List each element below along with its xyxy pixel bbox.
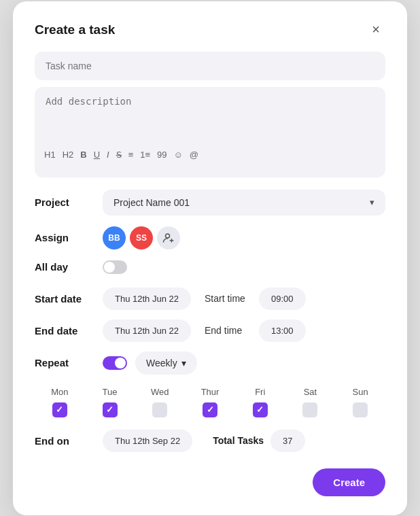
end-on-label: End on — [35, 435, 103, 447]
toolbar-quote[interactable]: 99 — [157, 150, 167, 160]
all-day-label: All day — [35, 261, 103, 273]
toolbar-h1[interactable]: H1 — [44, 150, 56, 160]
all-day-row: All day — [35, 260, 385, 274]
start-row: Start date Thu 12th Jun 22 Start time 09… — [35, 288, 385, 310]
toolbar-bullet-list[interactable]: ≡ — [128, 150, 134, 160]
all-day-toggle[interactable] — [103, 260, 127, 274]
project-value: Project Name 001 — [113, 197, 370, 208]
start-time-label: Start time — [205, 293, 259, 304]
end-date-picker[interactable]: Thu 12th Jun 22 — [103, 320, 191, 342]
modal-title: Create a task — [35, 22, 115, 37]
day-thur-label: Thur — [201, 387, 220, 397]
end-row: End date Thu 12th Jun 22 End time 13:00 — [35, 320, 385, 342]
day-wed-checkbox[interactable] — [152, 402, 167, 417]
day-mon-col: Mon — [35, 387, 85, 417]
repeat-row: Repeat Weekly ▾ — [35, 351, 385, 375]
days-row: Mon Tue Wed Thur Fri Sat Sun — [35, 387, 385, 417]
create-task-modal: Create a task × H1 H2 B U I S̶ ≡ 1≡ 99 ☺… — [13, 1, 407, 515]
repeat-toggle[interactable] — [103, 356, 127, 370]
repeat-chevron-icon: ▾ — [181, 358, 186, 368]
end-time-picker[interactable]: 13:00 — [259, 320, 306, 342]
day-fri-checkbox[interactable] — [253, 402, 268, 417]
end-date-label: End date — [35, 325, 103, 337]
end-time-label: End time — [205, 325, 259, 336]
avatars-container: BB SS — [103, 226, 180, 250]
avatar-bb[interactable]: BB — [103, 226, 126, 250]
toolbar-strike[interactable]: S̶ — [116, 150, 122, 160]
day-sat-checkbox[interactable] — [302, 402, 317, 417]
toolbar-bold[interactable]: B — [80, 150, 86, 160]
close-button[interactable]: × — [366, 20, 385, 39]
day-tue-label: Tue — [103, 387, 118, 397]
end-on-row: End on Thu 12th Sep 22 Total Tasks 37 — [35, 430, 385, 452]
day-wed-label: Wed — [151, 387, 169, 397]
day-fri-col: Fri — [235, 387, 285, 417]
toolbar-numbered-list[interactable]: 1≡ — [140, 150, 150, 160]
task-name-input[interactable] — [35, 52, 385, 80]
day-sun-col: Sun — [335, 387, 385, 417]
description-input[interactable] — [35, 87, 385, 141]
day-thur-checkbox[interactable] — [203, 402, 217, 417]
start-date-picker[interactable]: Thu 12th Jun 22 — [103, 288, 191, 310]
day-wed-col: Wed — [135, 387, 185, 417]
footer-row: Create — [35, 468, 385, 496]
avatar-ss[interactable]: SS — [130, 226, 153, 250]
start-time-picker[interactable]: 09:00 — [259, 288, 306, 310]
toolbar-italic[interactable]: I — [107, 150, 109, 160]
create-button[interactable]: Create — [313, 468, 385, 496]
toolbar-mention[interactable]: @ — [190, 150, 198, 160]
day-sun-label: Sun — [353, 387, 368, 397]
end-on-picker[interactable]: Thu 12th Sep 22 — [103, 430, 192, 452]
modal-header: Create a task × — [35, 20, 385, 39]
toolbar-h2[interactable]: H2 — [63, 150, 74, 160]
day-tue-checkbox[interactable] — [103, 402, 118, 417]
day-sat-col: Sat — [285, 387, 336, 417]
total-tasks-value: 37 — [270, 430, 304, 452]
project-select[interactable]: Project Name 001 ▾ — [103, 190, 385, 216]
day-tue-col: Tue — [85, 387, 135, 417]
toolbar-emoji[interactable]: ☺ — [174, 150, 183, 160]
day-sat-label: Sat — [304, 387, 317, 397]
svg-point-0 — [166, 234, 170, 238]
assign-label: Assign — [35, 232, 103, 243]
total-tasks-label: Total Tasks — [213, 435, 264, 446]
description-wrapper: H1 H2 B U I S̶ ≡ 1≡ 99 ☺ @ — [35, 87, 385, 177]
project-label: Project — [35, 196, 103, 208]
repeat-frequency-picker[interactable]: Weekly ▾ — [135, 351, 197, 375]
repeat-label: Repeat — [35, 357, 103, 368]
all-day-toggle-container — [103, 260, 127, 274]
day-mon-checkbox[interactable] — [52, 402, 67, 417]
toolbar-underline[interactable]: U — [94, 150, 100, 160]
project-row: Project Project Name 001 ▾ — [35, 190, 385, 216]
day-fri-label: Fri — [255, 387, 265, 397]
start-date-label: Start date — [35, 293, 103, 305]
repeat-value: Weekly — [146, 358, 177, 368]
day-sun-checkbox[interactable] — [353, 402, 368, 417]
assign-row: Assign BB SS — [35, 226, 385, 250]
project-chevron-icon: ▾ — [370, 197, 374, 207]
day-thur-col: Thur — [185, 387, 235, 417]
editor-toolbar: H1 H2 B U I S̶ ≡ 1≡ 99 ☺ @ — [35, 144, 385, 165]
day-mon-label: Mon — [51, 387, 68, 397]
add-assignee-button[interactable] — [157, 226, 180, 250]
